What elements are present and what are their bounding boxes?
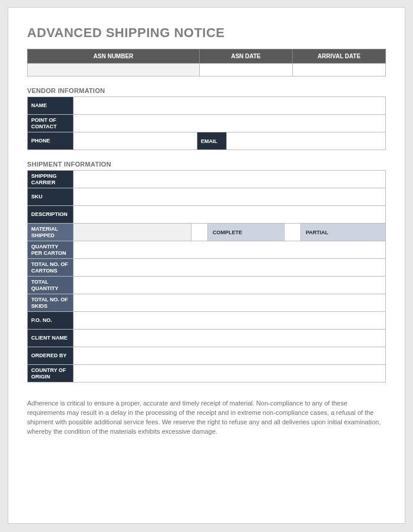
ordered-by-input[interactable] (74, 347, 386, 365)
total-qty-label: TOTAL QUANTITY (28, 277, 74, 294)
vendor-table: NAME POINT OF CONTACT PHONE EMAIL (27, 97, 386, 150)
sku-label: SKU (28, 188, 74, 206)
total-cartons-input[interactable] (74, 259, 386, 277)
material-label: MATERIAL SHIPPED (28, 224, 74, 241)
phone-label: PHONE (28, 132, 74, 150)
asn-date-input[interactable] (199, 64, 292, 77)
total-skids-input[interactable] (74, 294, 386, 312)
description-input[interactable] (74, 206, 386, 224)
total-qty-input[interactable] (74, 277, 386, 294)
name-input[interactable] (74, 97, 386, 115)
arrival-date-input[interactable] (292, 64, 385, 77)
asn-date-header: ASN DATE (199, 49, 292, 64)
name-label: NAME (28, 97, 74, 115)
origin-label: COUNTRY OF ORIGIN (28, 365, 74, 383)
shipment-section-label: SHIPMENT INFORMATION (27, 161, 386, 168)
partial-label: PARTIAL (301, 224, 386, 241)
ordered-by-label: ORDERED BY (28, 347, 74, 365)
qty-carton-input[interactable] (74, 241, 386, 259)
total-cartons-label: TOTAL NO. OF CARTONS (28, 259, 74, 277)
asn-number-input[interactable] (28, 64, 200, 77)
material-shipped-input[interactable] (74, 224, 191, 241)
complete-checkbox[interactable] (191, 224, 208, 241)
shipment-table: SHIPPING CARRIER SKU DESCRIPTION MATERIA… (27, 170, 386, 383)
page: ADVANCED SHIPPING NOTICE ASN NUMBER ASN … (8, 7, 405, 524)
qty-carton-label: QUANTITY PER CARTON (28, 241, 74, 259)
total-skids-label: TOTAL NO. OF SKIDS (28, 294, 74, 312)
email-input[interactable] (227, 132, 386, 150)
carrier-input[interactable] (74, 171, 386, 188)
poc-input[interactable] (74, 115, 386, 132)
disclaimer-text: Adherence is critical to ensure a proper… (27, 399, 386, 437)
description-label: DESCRIPTION (28, 206, 74, 224)
po-input[interactable] (74, 312, 386, 330)
complete-label: COMPLETE (208, 224, 285, 241)
client-input[interactable] (74, 330, 386, 347)
carrier-label: SHIPPING CARRIER (28, 171, 74, 188)
origin-input[interactable] (74, 365, 386, 383)
partial-checkbox[interactable] (285, 224, 301, 241)
poc-label: POINT OF CONTACT (28, 115, 74, 132)
client-label: CLIENT NAME (28, 330, 74, 347)
arrival-date-header: ARRIVAL DATE (292, 49, 385, 64)
page-title: ADVANCED SHIPPING NOTICE (27, 25, 386, 41)
asn-number-header: ASN NUMBER (28, 49, 200, 64)
asn-header-table: ASN NUMBER ASN DATE ARRIVAL DATE (27, 49, 386, 77)
phone-input[interactable] (74, 132, 197, 150)
vendor-section-label: VENDOR INFORMATION (27, 87, 386, 94)
email-label: EMAIL (197, 132, 227, 150)
sku-input[interactable] (74, 188, 386, 206)
po-label: P.O. NO. (28, 312, 74, 330)
